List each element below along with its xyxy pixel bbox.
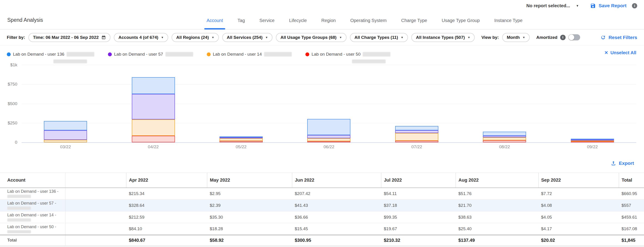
bar-segment-lab-on-demand-user-136 [483,132,526,136]
calendar-icon [101,35,106,40]
view-by-label: View by: [481,35,499,40]
tab-lifecycle[interactable]: Lifecycle [288,18,308,29]
column-header-total: Total [619,173,644,188]
legend-label: Lab on Demand - user 50 [312,52,360,57]
table-row: Lab on Demand - user 50 -$84.10$18.28$15… [0,223,644,235]
column-header-aug-2022: Aug 2022 [456,173,538,188]
value-cell: $212.59 [126,211,207,223]
filter-pill-all-services-254[interactable]: All Services (254)▼ [222,33,272,42]
bar-05-22[interactable] [220,136,263,142]
bar-03-22[interactable] [44,121,87,142]
save-icon [590,3,596,9]
y-tick-label: $500 [0,101,17,106]
x-tick-label: 03/22 [22,144,109,149]
y-tick-label: $250 [0,121,17,126]
tab-tag[interactable]: Tag [236,18,246,29]
bar-09-22[interactable] [571,139,614,142]
filter-pill-label: Accounts 4 (of 674) [118,35,158,40]
value-cell: $21.70 [456,200,538,211]
chevron-down-icon: ▼ [576,4,579,7]
chevron-down-icon: ▼ [161,36,164,39]
export-button[interactable]: Export [611,161,634,166]
legend-label: Lab on Demand - user 14 [213,52,262,57]
column-header-jul-2022: Jul 2022 [381,173,456,188]
table-row: Lab on Demand - user 136 -$215.34$2.95$2… [0,188,644,200]
tab-instance-type[interactable]: Instance Type [493,18,523,29]
x-tick-label: 08/22 [460,144,548,149]
redacted-text [264,52,292,56]
bar-segment-lab-on-demand-user-57 [307,135,350,138]
chart-x-axis: 03/2204/2205/2206/2207/2208/2209/22 [22,144,636,149]
bar-segment-lab-on-demand-user-14 [395,133,438,141]
total-value-cell: $210.32 [381,235,456,246]
legend-item-lab-on-demand-user-57[interactable]: Lab on Demand - user 57 [108,52,193,57]
legend-item-lab-on-demand-user-14[interactable]: Lab on Demand - user 14 [207,52,292,57]
tab-service[interactable]: Service [258,18,276,29]
report-selector[interactable]: No report selected... ▼ [526,3,579,8]
export-label: Export [619,161,634,166]
account-cell: Lab on Demand - user 50 - [0,223,65,235]
value-cell: $2.95 [207,188,292,200]
value-cell [65,200,126,211]
tab-charge-type[interactable]: Charge Type [400,18,428,29]
tab-account[interactable]: Account [206,18,224,29]
bar-04-22[interactable] [132,77,175,142]
info-icon[interactable]: i [632,3,637,8]
reset-filters-button[interactable]: Reset Filters [600,35,637,40]
chevron-down-icon: ▼ [468,36,470,39]
filter-pill-accounts-4-of-674[interactable]: Accounts 4 (of 674)▼ [114,33,168,42]
legend-item-lab-on-demand-user-136[interactable]: Lab on Demand - user 136 [7,52,94,57]
bar-segment-lab-on-demand-user-50 [571,141,614,142]
bar-08-22[interactable] [483,132,526,142]
gridline-0 [22,142,636,143]
bar-segment-lab-on-demand-user-14 [220,138,263,141]
tab-operating-system[interactable]: Operating System [349,18,388,29]
close-icon: ✕ [604,50,608,55]
table-row: Lab on Demand - user 57 -$328.64$2.39$41… [0,200,644,211]
unselect-all-button[interactable]: ✕ Unselect All [604,50,636,55]
amortized-toggle[interactable] [568,34,580,40]
legend-item-lab-on-demand-user-50[interactable]: Lab on Demand - user 50 [306,52,390,57]
amortized-info-icon[interactable]: i [560,35,566,40]
filter-pill-label: All Services (254) [227,35,262,40]
value-cell: $37.18 [381,200,456,211]
redacted-text [7,218,31,222]
total-value-cell: $1,845 [619,235,644,246]
bar-segment-lab-on-demand-user-136 [395,126,438,130]
bar-segment-lab-on-demand-user-14 [307,138,350,141]
tab-usage-type-group[interactable]: Usage Type Group [441,18,481,29]
account-cell: Lab on Demand - user 57 - [0,200,65,211]
time-filter-pill[interactable]: Time: 06 Mar 2022 - 06 Sep 2022 [28,33,110,42]
x-tick-label: 06/22 [285,144,373,149]
bar-07-22[interactable] [395,126,438,142]
tab-region[interactable]: Region [320,18,336,29]
export-row: Export [0,154,644,173]
reset-filters-label: Reset Filters [608,35,637,40]
value-cell: $18.28 [207,223,292,235]
x-tick-label: 09/22 [548,144,636,149]
page-title: Spend Analysis [7,17,43,23]
value-cell: $557 [619,200,644,211]
bar-segment-lab-on-demand-user-50 [395,141,438,142]
bar-segment-lab-on-demand-user-14 [483,137,526,140]
redacted-text [7,230,31,233]
chart-slot-05-22 [197,65,285,142]
bar-segment-lab-on-demand-user-50 [307,141,350,142]
filter-pill-all-regions-24[interactable]: All Regions (24)▼ [172,33,218,42]
bar-06-22[interactable] [307,119,350,142]
filter-pill-all-charge-types-11[interactable]: All Charge Types (11)▼ [350,33,408,42]
amortized-label: Amortized [536,35,558,40]
filter-pill-label: All Regions (24) [176,35,209,40]
column-header-jun-2022: Jun 2022 [292,173,381,188]
bar-segment-lab-on-demand-user-14 [132,119,175,136]
view-by-select[interactable]: Month ▼ [502,33,530,42]
save-report-button[interactable]: Save Report [590,3,626,9]
filter-pill-all-instance-types-507[interactable]: All Instance Types (507)▼ [411,33,475,42]
bottom-scroll-strip[interactable] [0,246,644,247]
total-value-cell: $840.67 [126,235,207,246]
legend-items: Lab on Demand - user 136Lab on Demand - … [7,52,390,57]
chart-slot-09-22 [548,65,636,142]
filter-pill-all-usage-type-groups-68[interactable]: All Usage Type Groups (68)▼ [276,33,346,42]
column-header-sep-2022: Sep 2022 [538,173,619,188]
toggle-knob [568,34,574,40]
